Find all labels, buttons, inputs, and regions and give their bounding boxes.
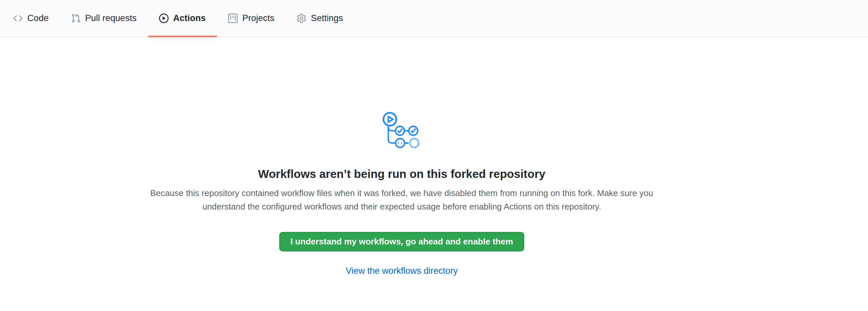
workflows-directory-link-row: View the workflows directory (0, 266, 803, 276)
git-pull-request-icon (71, 13, 81, 23)
tab-actions-label: Actions (173, 14, 206, 23)
actions-page-content: Workflows aren’t being run on this forke… (0, 37, 803, 276)
gear-icon (297, 13, 306, 23)
view-workflows-directory-link[interactable]: View the workflows directory (346, 266, 458, 276)
tab-settings[interactable]: Settings (285, 0, 354, 37)
tab-actions[interactable]: Actions (148, 0, 217, 37)
blankslate-title: Workflows aren’t being run on this forke… (0, 167, 803, 181)
code-icon (13, 13, 23, 23)
enable-workflows-button[interactable]: I understand my workflows, go ahead and … (279, 232, 524, 251)
repo-tab-bar: Code Pull requests Actions Projects Sett… (0, 0, 868, 37)
project-icon (228, 13, 238, 23)
play-icon (159, 13, 168, 23)
blankslate-description: Because this repository contained workfl… (133, 186, 670, 214)
tab-settings-label: Settings (311, 14, 343, 23)
tab-projects-label: Projects (242, 14, 275, 23)
workflow-graph-icon (381, 111, 422, 150)
tab-pull-requests-label: Pull requests (85, 14, 137, 23)
tab-code-label: Code (27, 14, 49, 23)
tab-code[interactable]: Code (2, 0, 60, 37)
tab-projects[interactable]: Projects (217, 0, 286, 37)
workflows-disabled-blankslate: Workflows aren’t being run on this forke… (0, 37, 803, 276)
tab-pull-requests[interactable]: Pull requests (60, 0, 148, 37)
